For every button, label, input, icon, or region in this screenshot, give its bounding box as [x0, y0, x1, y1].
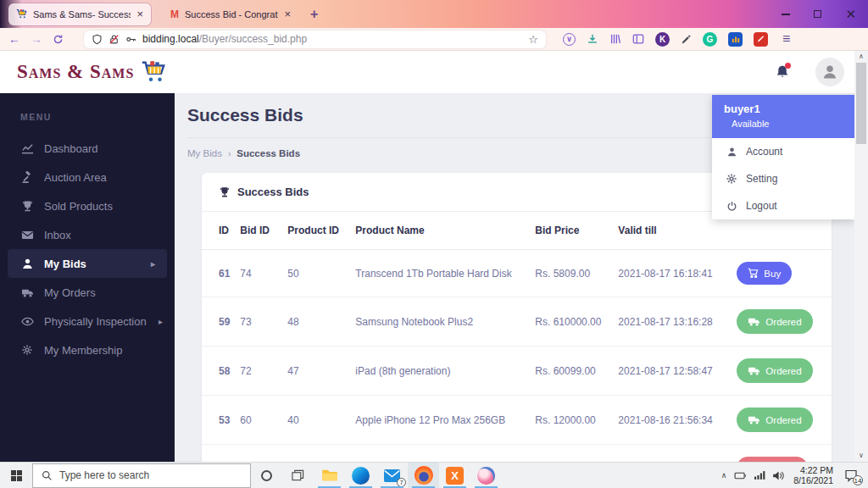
sidebar-item-dashboard[interactable]: Dashboard — [0, 134, 175, 163]
scroll-up-icon[interactable]: ∧ — [859, 51, 864, 63]
table-row: 536040Apple iPhone 12 Pro Max 256GBRs. 1… — [202, 396, 832, 445]
library-icon[interactable] — [609, 33, 621, 45]
taskbar-clock[interactable]: 4:22 PM 8/16/2021 — [793, 465, 833, 485]
mail-badge: 7 — [397, 478, 406, 487]
avatar[interactable] — [815, 58, 844, 86]
vertical-scrollbar[interactable]: ∧ ∨ — [854, 51, 868, 462]
cell-valid-till: 2021-08-17 16:18:41 — [613, 250, 732, 297]
cell-product-name: iPad (8th generation) — [350, 347, 530, 396]
firefox-button[interactable] — [408, 463, 439, 488]
notification-dot — [785, 63, 791, 69]
tray-chevron-icon[interactable]: ∧ — [721, 471, 727, 480]
browser-tab-inactive[interactable]: M Success Bid - Congratulations! × — [163, 3, 298, 25]
action-button-label: Ordered — [765, 317, 801, 327]
wand-extension-icon[interactable] — [754, 32, 768, 47]
sidebar-item-inbox[interactable]: Inbox — [0, 220, 175, 249]
trophy-icon — [219, 186, 231, 198]
cell-product-name: Apple iPhone 12 Pro Max 256GB — [350, 396, 530, 445]
menu-label: MENU — [20, 112, 175, 122]
cell-bid-price: Rs. 5809.00 — [530, 250, 613, 297]
cell-bid-price: Rs. 610000.00 — [530, 297, 613, 347]
refresh-icon[interactable] — [53, 34, 64, 45]
notification-bell-icon[interactable] — [775, 64, 790, 80]
ordered-button[interactable]: Ordered — [737, 309, 812, 334]
column-header-bid-price: Bid Price — [530, 212, 613, 250]
stats-extension-icon[interactable] — [728, 32, 743, 47]
paint-app-button[interactable] — [470, 463, 502, 488]
minimize-button[interactable] — [782, 14, 790, 15]
buy-button[interactable]: Buy — [737, 262, 792, 285]
user-menu-item-setting[interactable]: Setting — [712, 165, 854, 192]
edge-icon — [352, 467, 370, 485]
menu-icon[interactable]: ≡ — [782, 31, 790, 47]
close-button[interactable]: ✕ — [845, 8, 856, 20]
sidebar-item-my-orders[interactable]: My Orders — [0, 278, 175, 307]
restore-button[interactable] — [814, 10, 821, 18]
user-menu-item-account[interactable]: Account — [712, 138, 854, 165]
scroll-down-icon[interactable]: ∨ — [859, 450, 864, 462]
cell-bid-price: Rs. 12000.00 — [530, 396, 613, 445]
system-tray: ∧ 4:22 PM 8/16/2021 14 — [721, 465, 868, 485]
speaker-icon[interactable] — [773, 471, 786, 480]
gear-icon — [726, 173, 737, 185]
eyedropper-icon[interactable] — [681, 34, 692, 45]
pocket-icon[interactable]: ∨ — [563, 33, 576, 46]
cell-bid-id: 57 — [235, 445, 282, 463]
task-view-button[interactable] — [282, 463, 314, 488]
clock-time: 4:22 PM — [800, 465, 833, 475]
ordered-button[interactable]: Ordered — [737, 358, 812, 383]
firefox-icon — [415, 466, 433, 485]
site-logo[interactable]: Sams & Sams — [17, 59, 166, 85]
action-center-button[interactable]: 14 — [841, 465, 861, 485]
ordered-button[interactable]: Ordered — [737, 408, 812, 432]
browser-tab-active[interactable]: Sams & Sams- Success bids × — [8, 3, 151, 25]
window-controls: ✕ — [782, 8, 868, 20]
keepa-extension-icon[interactable]: K — [655, 32, 670, 47]
key-icon[interactable] — [125, 34, 136, 45]
network-signal-icon[interactable] — [754, 471, 765, 480]
search-icon — [42, 470, 53, 481]
mail-button[interactable]: 7 — [376, 463, 408, 488]
taskbar-search[interactable]: Type here to search — [32, 463, 251, 488]
cell-id: 59 — [202, 297, 235, 347]
search-placeholder: Type here to search — [59, 469, 149, 481]
lock-insecure-icon[interactable] — [108, 34, 120, 45]
sidebar-item-label: Dashboard — [44, 142, 98, 155]
bookmark-star-icon[interactable]: ☆ — [528, 33, 538, 46]
new-tab-button[interactable]: + — [310, 7, 318, 22]
paint-app-icon — [477, 467, 495, 485]
tab-close-icon[interactable]: × — [136, 8, 143, 20]
cell-action: Ordered — [732, 347, 832, 396]
screen: Sams & Sams- Success bids × M Success Bi… — [0, 0, 868, 488]
chevron-right-icon: ▸ — [159, 317, 163, 326]
sidebar-toggle-icon[interactable] — [632, 33, 644, 45]
xampp-button[interactable]: X — [439, 463, 470, 488]
sidebar-item-physically-inspection[interactable]: Physically Inspection▸ — [0, 307, 175, 336]
edge-button[interactable] — [345, 463, 376, 488]
scrollbar-thumb[interactable] — [856, 63, 866, 144]
cortana-button[interactable] — [251, 463, 282, 488]
user-menu-item-logout[interactable]: Logout — [712, 192, 854, 219]
forward-icon[interactable]: → — [31, 32, 42, 46]
sidebar-item-my-membership[interactable]: My Membership — [0, 336, 175, 364]
sidebar-item-auction-area[interactable]: Auction Area — [0, 163, 175, 191]
grammarly-extension-icon[interactable]: G — [703, 32, 717, 47]
shield-icon[interactable] — [92, 34, 103, 45]
start-button[interactable] — [0, 463, 32, 488]
card-title: Success Bids — [237, 186, 309, 198]
sidebar-item-sold-products[interactable]: Sold Products — [0, 191, 175, 220]
table-row: 617450Transcend 1Tb Portable Hard DiskRs… — [202, 250, 832, 297]
file-explorer-button[interactable] — [314, 463, 345, 488]
cell-product-id: 8 — [282, 445, 350, 463]
truck-icon — [20, 286, 34, 299]
breadcrumb-parent[interactable]: My Bids — [187, 148, 222, 158]
back-icon[interactable]: ← — [8, 32, 20, 46]
user-dropdown-header: buyer1 Available — [712, 95, 854, 138]
download-icon[interactable] — [587, 33, 598, 45]
user-menu-item-label: Logout — [746, 200, 777, 212]
url-bar[interactable]: bidding.local/Buyer/success_bid.php ☆ — [84, 30, 546, 48]
cortana-icon — [261, 470, 272, 481]
sidebar-item-my-bids[interactable]: My Bids▸ — [8, 249, 167, 278]
battery-icon[interactable] — [734, 471, 747, 480]
tab-close-icon[interactable]: × — [284, 8, 291, 20]
